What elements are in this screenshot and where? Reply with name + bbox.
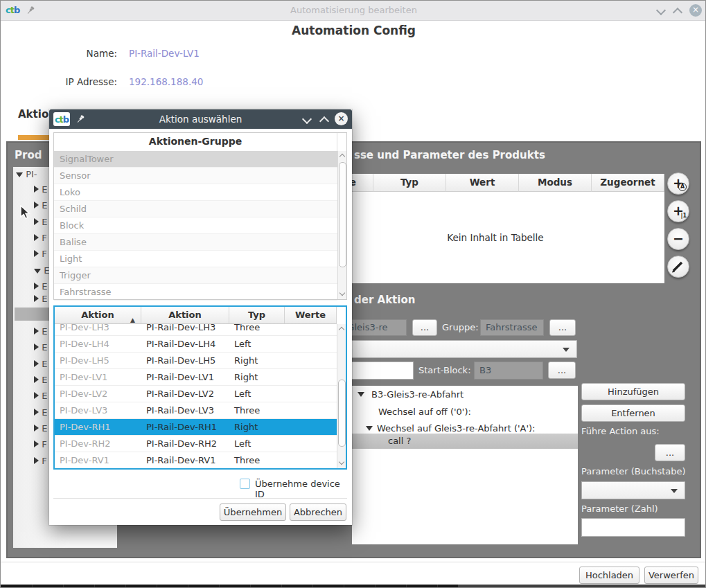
- tree-expand-icon[interactable]: [34, 186, 39, 193]
- tree-item[interactable]: E: [34, 423, 47, 437]
- tree-expand-icon[interactable]: [34, 440, 39, 447]
- table-row[interactable]: PI-Dev-LH5PI-Rail-Dev-LH5Right: [55, 353, 337, 369]
- verwerfen-button[interactable]: Verwerfen: [644, 567, 698, 584]
- hochladen-button[interactable]: Hochladen: [579, 567, 639, 584]
- dialog-close-icon[interactable]: ×: [335, 112, 348, 125]
- tree-expand-icon[interactable]: [34, 392, 39, 399]
- tree-item[interactable]: E: [34, 200, 47, 214]
- tree-item[interactable]: F: [34, 439, 47, 453]
- scroll-up-icon[interactable]: [339, 154, 345, 159]
- tree-item[interactable]: E: [34, 326, 47, 340]
- param-number-input[interactable]: [581, 518, 685, 537]
- tree-item[interactable]: PI-: [16, 169, 37, 183]
- scroll-down-icon[interactable]: [339, 459, 344, 465]
- group-item[interactable]: Loko: [54, 184, 337, 201]
- startblock-browse-button[interactable]: ...: [548, 362, 576, 379]
- scroll-up-icon[interactable]: [339, 327, 344, 332]
- products-column-header[interactable]: Zugeornet: [592, 174, 664, 192]
- table-row[interactable]: PI-Dev-LV1PI-Rail-Dev-LV1Right: [55, 369, 337, 386]
- scrollbar-thumb[interactable]: [338, 380, 346, 447]
- tree-expand-icon[interactable]: [34, 218, 39, 225]
- tree-expand-icon[interactable]: [34, 409, 39, 416]
- tree-expand-icon[interactable]: [34, 234, 39, 241]
- path-dropdown[interactable]: Path: [326, 340, 577, 358]
- table-scrollbar[interactable]: [337, 324, 346, 468]
- group-item[interactable]: Trigger: [54, 267, 337, 284]
- name-value[interactable]: PI-Rail-Dev-LV1: [129, 48, 200, 59]
- tab-aktionen[interactable]: Aktio: [18, 108, 48, 121]
- add-letter-button[interactable]: +A: [667, 172, 689, 195]
- hinzufuegen-button[interactable]: Hinzufügen: [581, 383, 685, 400]
- tree-collapse-icon[interactable]: [16, 172, 23, 177]
- tree-expand-icon[interactable]: [34, 328, 39, 335]
- tree-expand-icon[interactable]: [34, 360, 39, 367]
- table-row[interactable]: PI-Dev-RH1PI-Rail-Dev-RH1Right: [55, 419, 337, 436]
- tree-item[interactable]: E: [34, 184, 47, 198]
- edit-row-button[interactable]: [667, 256, 689, 278]
- tree-expand-icon[interactable]: [34, 283, 39, 289]
- group-item[interactable]: Light: [54, 251, 337, 267]
- products-column-header[interactable]: Wert: [446, 174, 519, 192]
- tree-expand-icon[interactable]: [34, 376, 39, 383]
- table-row[interactable]: PI-Dev-LH3PI-Rail-Dev-LH3Three: [55, 324, 337, 336]
- tree-collapse-icon[interactable]: [366, 426, 373, 431]
- table-row[interactable]: PI-Dev-LV2PI-Rail-Dev-LV2Left: [55, 386, 337, 402]
- action-tree-item[interactable]: Wechsel auf off ('0'):: [352, 404, 578, 420]
- table-row[interactable]: PI-Dev-LV3PI-Rail-Dev-LV3Three: [55, 402, 337, 419]
- remove-row-button[interactable]: −: [667, 228, 689, 250]
- table-row[interactable]: PI-Dev-RV1PI-Rail-Dev-RV1Three: [55, 452, 337, 468]
- tree-item[interactable]: F: [34, 249, 47, 262]
- entfernen-button[interactable]: Entfernen: [581, 404, 685, 422]
- tree-expand-icon[interactable]: [34, 344, 39, 350]
- tree-item[interactable]: F: [34, 456, 47, 470]
- group-item[interactable]: Block: [54, 217, 337, 234]
- group-item[interactable]: Sensor: [54, 168, 337, 184]
- group-item[interactable]: Balise: [54, 234, 337, 251]
- group-item[interactable]: Fahrstrasse: [54, 284, 337, 301]
- uebernehmen-button[interactable]: Übernehmen: [220, 504, 286, 521]
- scroll-down-icon[interactable]: [339, 290, 345, 296]
- tree-expand-icon[interactable]: [34, 202, 39, 208]
- tree-item[interactable]: E: [34, 281, 47, 295]
- tree-expand-icon[interactable]: [34, 425, 39, 431]
- tree-item[interactable]: E: [34, 217, 47, 231]
- group-list-scrollbar[interactable]: [337, 151, 346, 299]
- tree-item[interactable]: E: [34, 375, 47, 389]
- group-item[interactable]: Schild: [54, 201, 337, 217]
- aktion-column-header[interactable]: Werte: [285, 307, 337, 324]
- tree-item[interactable]: E: [34, 265, 49, 279]
- table-row[interactable]: PI-Dev-LH4PI-Rail-Dev-LH4Left: [55, 336, 337, 353]
- table-row[interactable]: PI-Dev-RH2PI-Rail-Dev-RH2Left: [55, 436, 337, 452]
- action-tree[interactable]: B3-Gleis3-re-AbfahrtWechsel auf off ('0'…: [352, 386, 578, 544]
- tree-item[interactable]: E: [34, 391, 47, 404]
- tree-item[interactable]: E: [34, 294, 47, 308]
- uebernehme-device-id-checkbox[interactable]: [240, 479, 250, 489]
- close-icon[interactable]: ×: [689, 4, 702, 17]
- tree-item[interactable]: E: [34, 342, 47, 356]
- products-column-header[interactable]: Modus: [519, 174, 592, 192]
- action-name-browse-button[interactable]: ...: [412, 319, 437, 336]
- fuehre-action-browse-button[interactable]: ...: [655, 444, 685, 461]
- tree-expand-icon[interactable]: [34, 457, 39, 464]
- action-tree-item[interactable]: call ?: [352, 434, 578, 449]
- tree-collapse-icon[interactable]: [358, 392, 364, 397]
- add-number-button[interactable]: +|1: [667, 200, 689, 222]
- ip-value[interactable]: 192.168.188.40: [129, 76, 203, 87]
- products-column-header[interactable]: Typ: [373, 174, 446, 192]
- tree-item[interactable]: F: [34, 233, 47, 247]
- taskbar[interactable]: [1, 585, 458, 588]
- aktion-column-header[interactable]: Typ: [229, 307, 285, 324]
- aktion-column-header[interactable]: Aktion: [141, 307, 229, 324]
- aktion-column-header[interactable]: Aktion▲: [55, 307, 141, 324]
- tree-item[interactable]: E: [34, 359, 47, 373]
- action-tree-item[interactable]: B3-Gleis3-re-Abfahrt: [352, 387, 578, 402]
- scrollbar-thumb[interactable]: [339, 162, 346, 267]
- tree-collapse-icon[interactable]: [34, 269, 41, 274]
- gruppe-browse-button[interactable]: ...: [549, 319, 576, 336]
- group-item[interactable]: SignalTower: [54, 151, 337, 168]
- abbrechen-button[interactable]: Abbrechen: [290, 504, 346, 521]
- tree-expand-icon[interactable]: [34, 250, 39, 257]
- param-letter-dropdown[interactable]: [581, 481, 685, 499]
- tree-item[interactable]: E: [34, 407, 47, 421]
- tree-expand-icon[interactable]: [34, 295, 39, 302]
